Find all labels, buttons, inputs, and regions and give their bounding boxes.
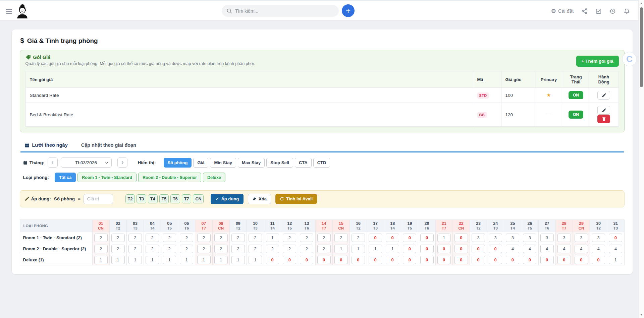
grid-cell-input[interactable] bbox=[437, 245, 451, 253]
grid-cell-input[interactable] bbox=[523, 256, 536, 264]
grid-cell-input[interactable] bbox=[472, 234, 485, 242]
tasks-icon[interactable] bbox=[595, 8, 602, 14]
weekday-button-cn[interactable]: CN bbox=[193, 194, 204, 203]
grid-cell-input[interactable] bbox=[146, 245, 159, 253]
grid-cell-input[interactable] bbox=[489, 256, 502, 264]
grid-cell-input[interactable] bbox=[163, 256, 176, 264]
grid-cell-input[interactable] bbox=[540, 256, 554, 264]
grid-cell-input[interactable] bbox=[300, 245, 313, 253]
grid-cell-input[interactable] bbox=[249, 256, 262, 264]
status-toggle-button[interactable]: ON bbox=[569, 91, 583, 99]
create-new-button[interactable]: + bbox=[342, 4, 355, 17]
display-option-min-stay[interactable]: Min Stay bbox=[210, 158, 236, 168]
grid-cell-input[interactable] bbox=[180, 245, 193, 253]
grid-cell-input[interactable] bbox=[352, 234, 365, 242]
grid-cell-input[interactable] bbox=[317, 234, 331, 242]
history-icon[interactable] bbox=[609, 8, 616, 14]
delete-rate-button[interactable] bbox=[597, 115, 610, 123]
grid-cell-input[interactable] bbox=[180, 256, 193, 264]
grid-cell-input[interactable] bbox=[266, 245, 279, 253]
grid-cell-input[interactable] bbox=[540, 234, 554, 242]
grid-cell-input[interactable] bbox=[214, 256, 228, 264]
grid-cell-input[interactable] bbox=[523, 245, 536, 253]
avatar[interactable] bbox=[15, 4, 30, 18]
apply-value-input[interactable] bbox=[84, 194, 113, 204]
display-option-stop-sell[interactable]: Stop Sell bbox=[266, 158, 293, 168]
grid-cell-input[interactable] bbox=[420, 245, 434, 253]
apply-button[interactable]: ✓ Áp dụng bbox=[211, 194, 244, 204]
grid-cell-input[interactable] bbox=[523, 234, 536, 242]
display-option-cta[interactable]: CTA bbox=[295, 158, 312, 168]
grid-cell-input[interactable] bbox=[592, 256, 605, 264]
grid-cell-input[interactable] bbox=[334, 245, 348, 253]
grid-cell-input[interactable] bbox=[437, 234, 451, 242]
grid-cell-input[interactable] bbox=[489, 245, 502, 253]
display-option-max-stay[interactable]: Max Stay bbox=[238, 158, 265, 168]
grid-cell-input[interactable] bbox=[214, 234, 228, 242]
display-option-ctd[interactable]: CTD bbox=[313, 158, 330, 168]
menu-icon[interactable] bbox=[6, 9, 12, 15]
edit-rate-button[interactable] bbox=[597, 91, 610, 100]
grid-cell-input[interactable] bbox=[283, 245, 296, 253]
grid-cell-input[interactable] bbox=[403, 234, 416, 242]
grid-cell-input[interactable] bbox=[111, 256, 125, 264]
room-type-room-2-double-superior[interactable]: Room 2 - Double - Superior bbox=[138, 173, 201, 182]
grid-cell-input[interactable] bbox=[94, 245, 108, 253]
settings-button[interactable]: ⚙ Cài đặt bbox=[551, 8, 574, 14]
add-rate-package-button[interactable]: + Thêm gói giá bbox=[576, 56, 619, 67]
grid-cell-input[interactable] bbox=[369, 245, 382, 253]
grid-cell-input[interactable] bbox=[94, 234, 108, 242]
grid-cell-input[interactable] bbox=[386, 234, 399, 242]
grid-cell-input[interactable] bbox=[180, 234, 193, 242]
grid-cell-input[interactable] bbox=[454, 245, 468, 253]
recalculate-avail-button[interactable]: Tính lại Avail bbox=[275, 194, 317, 204]
grid-cell-input[interactable] bbox=[146, 234, 159, 242]
grid-cell-input[interactable] bbox=[506, 256, 519, 264]
tab-daily-grid[interactable]: Lưới theo ngày bbox=[24, 140, 68, 151]
scroll-down-arrow[interactable]: ▼ bbox=[639, 313, 644, 316]
grid-cell-input[interactable] bbox=[266, 256, 279, 264]
scrollbar-thumb[interactable] bbox=[640, 7, 643, 87]
grid-cell-input[interactable] bbox=[231, 245, 245, 253]
grid-cell-input[interactable] bbox=[454, 234, 468, 242]
grid-cell-input[interactable] bbox=[334, 234, 348, 242]
weekday-button-t2[interactable]: T2 bbox=[125, 194, 135, 203]
grid-cell-input[interactable] bbox=[231, 256, 245, 264]
grid-cell-input[interactable] bbox=[197, 245, 211, 253]
grid-cell-input[interactable] bbox=[249, 245, 262, 253]
grid-cell-input[interactable] bbox=[128, 256, 142, 264]
grid-cell-input[interactable] bbox=[317, 256, 331, 264]
grid-cell-input[interactable] bbox=[592, 245, 605, 253]
grid-cell-input[interactable] bbox=[540, 245, 554, 253]
scroll-up-arrow[interactable]: ▲ bbox=[639, 2, 644, 5]
grid-cell-input[interactable] bbox=[386, 245, 399, 253]
grid-cell-input[interactable] bbox=[300, 234, 313, 242]
weekday-button-t3[interactable]: T3 bbox=[137, 194, 146, 203]
previous-month-button[interactable] bbox=[48, 157, 58, 168]
notifications-bell-icon[interactable] bbox=[624, 8, 630, 14]
weekday-button-t6[interactable]: T6 bbox=[170, 194, 180, 203]
grid-cell-input[interactable] bbox=[609, 256, 622, 264]
display-option-gi[interactable]: Giá bbox=[193, 158, 208, 168]
grid-cell-input[interactable] bbox=[420, 234, 434, 242]
grid-cell-input[interactable] bbox=[197, 234, 211, 242]
grid-cell-input[interactable] bbox=[214, 245, 228, 253]
grid-cell-input[interactable] bbox=[403, 256, 416, 264]
grid-cell-input[interactable] bbox=[266, 234, 279, 242]
weekday-button-t4[interactable]: T4 bbox=[148, 194, 158, 203]
grid-cell-input[interactable] bbox=[128, 234, 142, 242]
display-option-s-ph-ng[interactable]: Số phòng bbox=[164, 158, 192, 168]
floating-widget-button[interactable]: C bbox=[622, 52, 637, 66]
grid-cell-input[interactable] bbox=[575, 245, 588, 253]
grid-cell-input[interactable] bbox=[609, 234, 622, 242]
room-type-deluxe[interactable]: Deluxe bbox=[203, 173, 225, 182]
status-toggle-button[interactable]: ON bbox=[569, 111, 583, 119]
grid-cell-input[interactable] bbox=[146, 256, 159, 264]
grid-cell-input[interactable] bbox=[111, 234, 125, 242]
search-input[interactable] bbox=[235, 8, 334, 14]
month-select[interactable]: Th03/2026 bbox=[61, 157, 112, 168]
grid-cell-input[interactable] bbox=[472, 245, 485, 253]
room-type-room-1-twin-standard[interactable]: Room 1 - Twin - Standard bbox=[77, 173, 137, 182]
grid-cell-input[interactable] bbox=[369, 256, 382, 264]
grid-cell-input[interactable] bbox=[283, 234, 296, 242]
